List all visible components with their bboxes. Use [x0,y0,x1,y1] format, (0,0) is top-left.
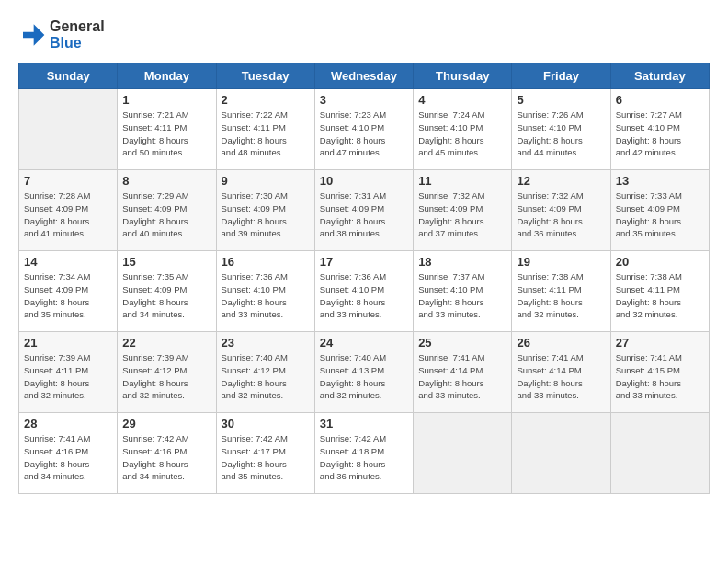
day-number: 22 [122,336,210,350]
week-row-3: 21Sunrise: 7:39 AM Sunset: 4:11 PM Dayli… [19,332,710,413]
day-number: 6 [616,93,704,107]
day-number: 18 [418,255,506,269]
day-info: Sunrise: 7:41 AM Sunset: 4:14 PM Dayligh… [517,351,605,402]
logo: General Blue [18,18,105,52]
calendar-cell: 21Sunrise: 7:39 AM Sunset: 4:11 PM Dayli… [19,332,118,413]
calendar-cell: 8Sunrise: 7:29 AM Sunset: 4:09 PM Daylig… [118,170,216,251]
calendar-cell: 13Sunrise: 7:33 AM Sunset: 4:09 PM Dayli… [610,170,709,251]
day-number: 27 [616,336,704,350]
day-info: Sunrise: 7:33 AM Sunset: 4:09 PM Dayligh… [616,190,704,240]
day-number: 11 [418,174,506,188]
calendar-cell [19,89,118,170]
col-header-wednesday: Wednesday [314,63,413,89]
calendar-cell: 9Sunrise: 7:30 AM Sunset: 4:09 PM Daylig… [216,170,314,251]
day-number: 31 [320,417,408,431]
day-number: 14 [24,255,112,269]
day-info: Sunrise: 7:34 AM Sunset: 4:09 PM Dayligh… [24,270,112,321]
col-header-sunday: Sunday [19,63,118,89]
col-header-tuesday: Tuesday [216,63,314,89]
calendar-cell: 11Sunrise: 7:32 AM Sunset: 4:09 PM Dayli… [414,170,512,251]
day-number: 30 [222,417,310,431]
calendar-cell: 5Sunrise: 7:26 AM Sunset: 4:10 PM Daylig… [512,89,610,170]
calendar-cell: 30Sunrise: 7:42 AM Sunset: 4:17 PM Dayli… [216,413,314,494]
day-info: Sunrise: 7:37 AM Sunset: 4:10 PM Dayligh… [418,270,506,321]
day-info: Sunrise: 7:24 AM Sunset: 4:10 PM Dayligh… [418,109,506,159]
day-number: 10 [320,174,408,188]
col-header-thursday: Thursday [414,63,512,89]
calendar-cell: 1Sunrise: 7:21 AM Sunset: 4:11 PM Daylig… [118,89,216,170]
calendar-cell [414,413,512,494]
day-info: Sunrise: 7:32 AM Sunset: 4:09 PM Dayligh… [418,190,506,240]
calendar-cell: 12Sunrise: 7:32 AM Sunset: 4:09 PM Dayli… [512,170,610,251]
calendar-cell: 24Sunrise: 7:40 AM Sunset: 4:13 PM Dayli… [314,332,413,413]
svg-marker-0 [23,24,44,45]
calendar-cell: 23Sunrise: 7:40 AM Sunset: 4:12 PM Dayli… [216,332,314,413]
calendar-table: SundayMondayTuesdayWednesdayThursdayFrid… [18,63,710,494]
day-number: 4 [418,93,506,107]
day-number: 3 [320,93,408,107]
day-info: Sunrise: 7:30 AM Sunset: 4:09 PM Dayligh… [222,190,310,240]
calendar-cell: 28Sunrise: 7:41 AM Sunset: 4:16 PM Dayli… [19,413,118,494]
calendar-cell: 7Sunrise: 7:28 AM Sunset: 4:09 PM Daylig… [19,170,118,251]
calendar-cell: 26Sunrise: 7:41 AM Sunset: 4:14 PM Dayli… [512,332,610,413]
calendar-cell: 20Sunrise: 7:38 AM Sunset: 4:11 PM Dayli… [610,251,709,332]
calendar-cell: 27Sunrise: 7:41 AM Sunset: 4:15 PM Dayli… [610,332,709,413]
day-info: Sunrise: 7:28 AM Sunset: 4:09 PM Dayligh… [24,190,112,240]
calendar-cell: 4Sunrise: 7:24 AM Sunset: 4:10 PM Daylig… [414,89,512,170]
day-info: Sunrise: 7:27 AM Sunset: 4:10 PM Dayligh… [616,109,704,159]
col-header-saturday: Saturday [610,63,709,89]
week-row-2: 14Sunrise: 7:34 AM Sunset: 4:09 PM Dayli… [19,251,710,332]
calendar-header-row: SundayMondayTuesdayWednesdayThursdayFrid… [19,63,710,89]
day-info: Sunrise: 7:39 AM Sunset: 4:12 PM Dayligh… [122,351,210,402]
day-number: 13 [616,174,704,188]
calendar-cell: 29Sunrise: 7:42 AM Sunset: 4:16 PM Dayli… [118,413,216,494]
day-info: Sunrise: 7:23 AM Sunset: 4:10 PM Dayligh… [320,109,408,159]
calendar-cell: 17Sunrise: 7:36 AM Sunset: 4:10 PM Dayli… [314,251,413,332]
day-info: Sunrise: 7:41 AM Sunset: 4:15 PM Dayligh… [616,351,704,402]
day-info: Sunrise: 7:36 AM Sunset: 4:10 PM Dayligh… [222,270,310,321]
calendar-cell: 10Sunrise: 7:31 AM Sunset: 4:09 PM Dayli… [314,170,413,251]
week-row-0: 1Sunrise: 7:21 AM Sunset: 4:11 PM Daylig… [19,89,710,170]
day-info: Sunrise: 7:26 AM Sunset: 4:10 PM Dayligh… [517,109,605,159]
day-number: 9 [222,174,310,188]
day-info: Sunrise: 7:40 AM Sunset: 4:12 PM Dayligh… [222,351,310,402]
day-number: 8 [122,174,210,188]
col-header-monday: Monday [118,63,216,89]
day-info: Sunrise: 7:36 AM Sunset: 4:10 PM Dayligh… [320,270,408,321]
week-row-1: 7Sunrise: 7:28 AM Sunset: 4:09 PM Daylig… [19,170,710,251]
day-number: 26 [517,336,605,350]
page-container: General Blue SundayMondayTuesdayWednesda… [0,0,728,503]
logo-icon [18,21,46,49]
day-number: 15 [122,255,210,269]
calendar-cell: 6Sunrise: 7:27 AM Sunset: 4:10 PM Daylig… [610,89,709,170]
day-info: Sunrise: 7:41 AM Sunset: 4:16 PM Dayligh… [24,432,112,483]
calendar-cell [610,413,709,494]
day-number: 29 [122,417,210,431]
calendar-cell: 25Sunrise: 7:41 AM Sunset: 4:14 PM Dayli… [414,332,512,413]
day-info: Sunrise: 7:29 AM Sunset: 4:09 PM Dayligh… [122,190,210,240]
calendar-cell: 19Sunrise: 7:38 AM Sunset: 4:11 PM Dayli… [512,251,610,332]
day-number: 2 [222,93,310,107]
calendar-cell: 3Sunrise: 7:23 AM Sunset: 4:10 PM Daylig… [314,89,413,170]
day-number: 23 [222,336,310,350]
day-number: 19 [517,255,605,269]
day-number: 16 [222,255,310,269]
day-number: 24 [320,336,408,350]
calendar-cell: 31Sunrise: 7:42 AM Sunset: 4:18 PM Dayli… [314,413,413,494]
calendar-cell: 15Sunrise: 7:35 AM Sunset: 4:09 PM Dayli… [118,251,216,332]
day-info: Sunrise: 7:38 AM Sunset: 4:11 PM Dayligh… [517,270,605,321]
day-number: 5 [517,93,605,107]
day-info: Sunrise: 7:40 AM Sunset: 4:13 PM Dayligh… [320,351,408,402]
logo-text: General Blue [50,18,105,52]
calendar-cell [512,413,610,494]
day-number: 12 [517,174,605,188]
day-info: Sunrise: 7:21 AM Sunset: 4:11 PM Dayligh… [122,109,210,159]
day-info: Sunrise: 7:35 AM Sunset: 4:09 PM Dayligh… [122,270,210,321]
calendar-cell: 14Sunrise: 7:34 AM Sunset: 4:09 PM Dayli… [19,251,118,332]
day-info: Sunrise: 7:31 AM Sunset: 4:09 PM Dayligh… [320,190,408,240]
calendar-cell: 18Sunrise: 7:37 AM Sunset: 4:10 PM Dayli… [414,251,512,332]
day-info: Sunrise: 7:42 AM Sunset: 4:17 PM Dayligh… [222,432,310,483]
day-number: 20 [616,255,704,269]
week-row-4: 28Sunrise: 7:41 AM Sunset: 4:16 PM Dayli… [19,413,710,494]
calendar-cell: 22Sunrise: 7:39 AM Sunset: 4:12 PM Dayli… [118,332,216,413]
